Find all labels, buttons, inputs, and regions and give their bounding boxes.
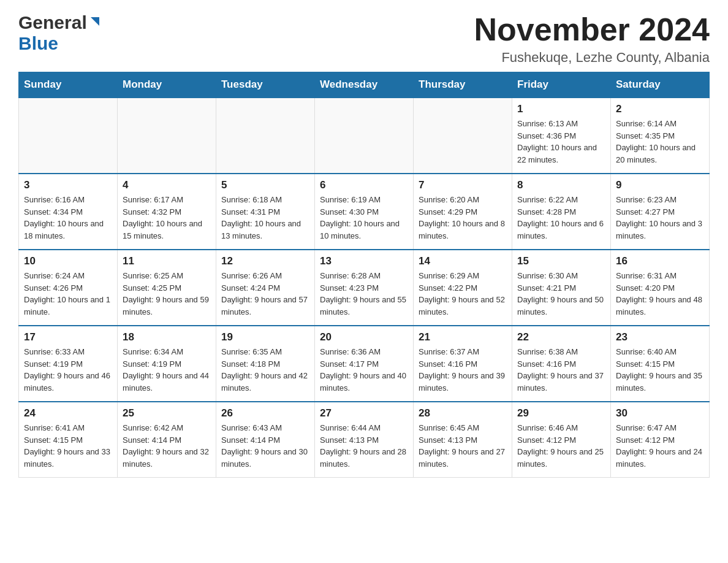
day-number: 3 (24, 179, 112, 191)
table-row: 17Sunrise: 6:33 AMSunset: 4:19 PMDayligh… (19, 326, 118, 402)
col-friday: Friday (512, 72, 611, 98)
table-row: 22Sunrise: 6:38 AMSunset: 4:16 PMDayligh… (512, 326, 611, 402)
col-monday: Monday (118, 72, 216, 98)
day-info: Sunrise: 6:17 AMSunset: 4:32 PMDaylight:… (123, 194, 211, 242)
table-row: 26Sunrise: 6:43 AMSunset: 4:14 PMDayligh… (216, 402, 315, 478)
day-info: Sunrise: 6:47 AMSunset: 4:12 PMDaylight:… (616, 422, 704, 470)
col-tuesday: Tuesday (216, 72, 315, 98)
calendar-week-row: 17Sunrise: 6:33 AMSunset: 4:19 PMDayligh… (19, 326, 710, 402)
table-row: 19Sunrise: 6:35 AMSunset: 4:18 PMDayligh… (216, 326, 315, 402)
day-info: Sunrise: 6:25 AMSunset: 4:25 PMDaylight:… (123, 270, 211, 318)
day-info: Sunrise: 6:33 AMSunset: 4:19 PMDaylight:… (24, 346, 112, 394)
day-info: Sunrise: 6:22 AMSunset: 4:28 PMDaylight:… (517, 194, 605, 242)
table-row: 6Sunrise: 6:19 AMSunset: 4:30 PMDaylight… (315, 174, 414, 250)
day-info: Sunrise: 6:24 AMSunset: 4:26 PMDaylight:… (24, 270, 112, 318)
table-row: 29Sunrise: 6:46 AMSunset: 4:12 PMDayligh… (512, 402, 611, 478)
day-info: Sunrise: 6:31 AMSunset: 4:20 PMDaylight:… (616, 270, 704, 318)
table-row: 15Sunrise: 6:30 AMSunset: 4:21 PMDayligh… (512, 250, 611, 326)
day-number: 27 (320, 407, 408, 419)
day-number: 21 (419, 331, 507, 343)
table-row: 18Sunrise: 6:34 AMSunset: 4:19 PMDayligh… (118, 326, 216, 402)
page-title: November 2024 (474, 12, 710, 47)
table-row: 12Sunrise: 6:26 AMSunset: 4:24 PMDayligh… (216, 250, 315, 326)
day-number: 29 (517, 407, 605, 419)
table-row: 5Sunrise: 6:18 AMSunset: 4:31 PMDaylight… (216, 174, 315, 250)
day-number: 13 (320, 255, 408, 267)
table-row: 13Sunrise: 6:28 AMSunset: 4:23 PMDayligh… (315, 250, 414, 326)
day-number: 6 (320, 179, 408, 191)
table-row (216, 98, 315, 174)
day-info: Sunrise: 6:19 AMSunset: 4:30 PMDaylight:… (320, 194, 408, 242)
day-number: 7 (419, 179, 507, 191)
table-row: 20Sunrise: 6:36 AMSunset: 4:17 PMDayligh… (315, 326, 414, 402)
day-number: 23 (616, 331, 704, 343)
table-row: 27Sunrise: 6:44 AMSunset: 4:13 PMDayligh… (315, 402, 414, 478)
table-row: 8Sunrise: 6:22 AMSunset: 4:28 PMDaylight… (512, 174, 611, 250)
table-row (118, 98, 216, 174)
day-info: Sunrise: 6:43 AMSunset: 4:14 PMDaylight:… (221, 422, 309, 470)
day-info: Sunrise: 6:28 AMSunset: 4:23 PMDaylight:… (320, 270, 408, 318)
day-info: Sunrise: 6:26 AMSunset: 4:24 PMDaylight:… (221, 270, 309, 318)
day-number: 20 (320, 331, 408, 343)
day-info: Sunrise: 6:45 AMSunset: 4:13 PMDaylight:… (419, 422, 507, 470)
day-info: Sunrise: 6:35 AMSunset: 4:18 PMDaylight:… (221, 346, 309, 394)
svg-marker-0 (91, 17, 99, 26)
logo-triangle-icon (88, 15, 102, 28)
table-row: 25Sunrise: 6:42 AMSunset: 4:14 PMDayligh… (118, 402, 216, 478)
day-number: 8 (517, 179, 605, 191)
calendar-week-row: 1Sunrise: 6:13 AMSunset: 4:36 PMDaylight… (19, 98, 710, 174)
day-info: Sunrise: 6:44 AMSunset: 4:13 PMDaylight:… (320, 422, 408, 470)
table-row: 2Sunrise: 6:14 AMSunset: 4:35 PMDaylight… (611, 98, 710, 174)
day-number: 9 (616, 179, 704, 191)
table-row: 3Sunrise: 6:16 AMSunset: 4:34 PMDaylight… (19, 174, 118, 250)
day-number: 24 (24, 407, 112, 419)
calendar-week-row: 3Sunrise: 6:16 AMSunset: 4:34 PMDaylight… (19, 174, 710, 250)
col-thursday: Thursday (414, 72, 512, 98)
day-number: 12 (221, 255, 309, 267)
day-number: 30 (616, 407, 704, 419)
table-row: 11Sunrise: 6:25 AMSunset: 4:25 PMDayligh… (118, 250, 216, 326)
page-header: General Blue November 2024 Fushekuqe, Le… (18, 12, 710, 66)
day-info: Sunrise: 6:13 AMSunset: 4:36 PMDaylight:… (517, 118, 605, 166)
day-number: 16 (616, 255, 704, 267)
day-info: Sunrise: 6:18 AMSunset: 4:31 PMDaylight:… (221, 194, 309, 242)
day-number: 11 (123, 255, 211, 267)
logo: General Blue (18, 12, 102, 54)
table-row: 10Sunrise: 6:24 AMSunset: 4:26 PMDayligh… (19, 250, 118, 326)
day-info: Sunrise: 6:16 AMSunset: 4:34 PMDaylight:… (24, 194, 112, 242)
col-saturday: Saturday (611, 72, 710, 98)
table-row (414, 98, 512, 174)
day-info: Sunrise: 6:34 AMSunset: 4:19 PMDaylight:… (123, 346, 211, 394)
table-row: 30Sunrise: 6:47 AMSunset: 4:12 PMDayligh… (611, 402, 710, 478)
calendar-header-row: Sunday Monday Tuesday Wednesday Thursday… (19, 72, 710, 98)
page-subtitle: Fushekuqe, Lezhe County, Albania (474, 50, 710, 66)
col-wednesday: Wednesday (315, 72, 414, 98)
day-number: 18 (123, 331, 211, 343)
logo-blue: Blue (18, 33, 58, 53)
day-number: 4 (123, 179, 211, 191)
table-row: 9Sunrise: 6:23 AMSunset: 4:27 PMDaylight… (611, 174, 710, 250)
day-number: 5 (221, 179, 309, 191)
table-row: 16Sunrise: 6:31 AMSunset: 4:20 PMDayligh… (611, 250, 710, 326)
day-info: Sunrise: 6:36 AMSunset: 4:17 PMDaylight:… (320, 346, 408, 394)
day-info: Sunrise: 6:42 AMSunset: 4:14 PMDaylight:… (123, 422, 211, 470)
table-row: 7Sunrise: 6:20 AMSunset: 4:29 PMDaylight… (414, 174, 512, 250)
day-info: Sunrise: 6:41 AMSunset: 4:15 PMDaylight:… (24, 422, 112, 470)
day-info: Sunrise: 6:30 AMSunset: 4:21 PMDaylight:… (517, 270, 605, 318)
day-number: 17 (24, 331, 112, 343)
table-row: 1Sunrise: 6:13 AMSunset: 4:36 PMDaylight… (512, 98, 611, 174)
day-number: 25 (123, 407, 211, 419)
day-number: 15 (517, 255, 605, 267)
day-number: 19 (221, 331, 309, 343)
day-info: Sunrise: 6:46 AMSunset: 4:12 PMDaylight:… (517, 422, 605, 470)
table-row (315, 98, 414, 174)
day-info: Sunrise: 6:20 AMSunset: 4:29 PMDaylight:… (419, 194, 507, 242)
day-info: Sunrise: 6:14 AMSunset: 4:35 PMDaylight:… (616, 118, 704, 166)
day-info: Sunrise: 6:23 AMSunset: 4:27 PMDaylight:… (616, 194, 704, 242)
day-info: Sunrise: 6:40 AMSunset: 4:15 PMDaylight:… (616, 346, 704, 394)
table-row: 21Sunrise: 6:37 AMSunset: 4:16 PMDayligh… (414, 326, 512, 402)
table-row: 23Sunrise: 6:40 AMSunset: 4:15 PMDayligh… (611, 326, 710, 402)
title-block: November 2024 Fushekuqe, Lezhe County, A… (474, 12, 710, 66)
day-number: 1 (517, 103, 605, 115)
day-info: Sunrise: 6:38 AMSunset: 4:16 PMDaylight:… (517, 346, 605, 394)
